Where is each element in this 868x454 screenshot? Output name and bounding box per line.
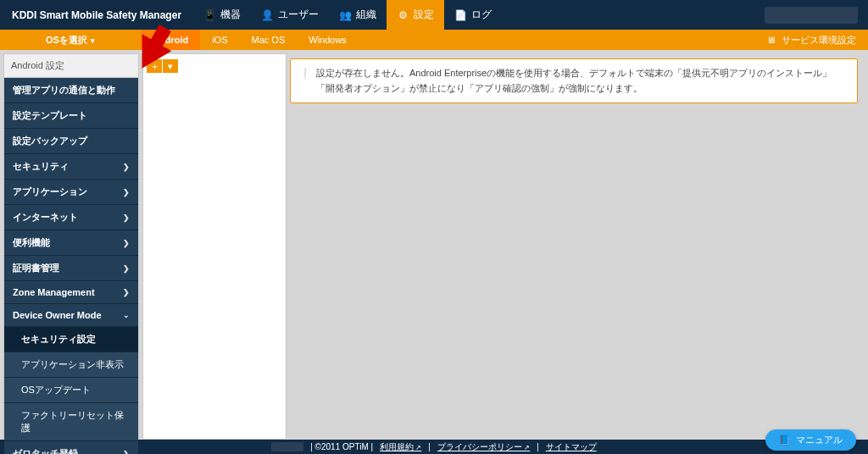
main-pane: ❕ 設定が存在しません。Android Enterpriseの機能を使用する場合… bbox=[290, 53, 865, 440]
sidebar-item-label: セキュリティ bbox=[13, 160, 69, 173]
sidebar-item-application[interactable]: アプリケーション❯ bbox=[4, 180, 138, 205]
chevron-right-icon: ❯ bbox=[123, 163, 130, 171]
os-tab-macos[interactable]: Mac OS bbox=[240, 30, 298, 50]
chevron-right-icon: ❯ bbox=[123, 288, 130, 296]
chevron-right-icon: ❯ bbox=[123, 264, 130, 273]
nav-label: ユーザー bbox=[278, 8, 319, 22]
sidebar-item-convenience[interactable]: 便利機能❯ bbox=[4, 230, 138, 256]
os-select[interactable]: OSを選択 bbox=[0, 34, 141, 47]
sidebar-item-label: 設定テンプレート bbox=[13, 109, 87, 122]
work-area: Android 設定 管理アプリの通信と動作 設定テンプレート 設定バックアップ… bbox=[0, 50, 868, 440]
nav-label: ログ bbox=[471, 8, 492, 22]
sidebar-item-label: ゼロタッチ登録 bbox=[13, 447, 78, 454]
service-env-link[interactable]: 🖥 サービス環境設定 bbox=[765, 34, 868, 47]
top-nav: 📱 機器 👤 ユーザー 👥 組織 ⚙ 設定 📄 ログ bbox=[193, 0, 502, 30]
dropdown-button[interactable]: ▾ bbox=[163, 59, 178, 73]
sidebar-sub-os-update[interactable]: OSアップデート bbox=[4, 378, 138, 403]
os-select-label: OSを選択 bbox=[46, 34, 87, 47]
chevron-right-icon: ❯ bbox=[123, 239, 130, 247]
chevron-down-icon bbox=[91, 35, 95, 45]
brand-title: KDDI Smart Mobile Safety Manager bbox=[0, 9, 193, 21]
manual-label: マニュアル bbox=[796, 434, 843, 446]
chevron-down-icon: ⌄ bbox=[123, 311, 130, 319]
sidebar-item-label: Device Owner Mode bbox=[13, 310, 102, 320]
sidebar-item-label: インターネット bbox=[13, 211, 78, 224]
device-icon: 📱 bbox=[203, 9, 215, 21]
sidebar-item-label: Zone Management bbox=[13, 287, 95, 297]
footer-obscured bbox=[271, 442, 303, 451]
copyright: | ©2011 OPTiM | bbox=[310, 442, 373, 451]
nav-org[interactable]: 👥 組織 bbox=[329, 0, 387, 30]
os-tab-ios[interactable]: iOS bbox=[200, 30, 239, 50]
nav-devices[interactable]: 📱 機器 bbox=[193, 0, 251, 30]
sidebar-item-zone[interactable]: Zone Management❯ bbox=[4, 281, 138, 304]
sidebar-item-internet[interactable]: インターネット❯ bbox=[4, 205, 138, 230]
nav-users[interactable]: 👤 ユーザー bbox=[251, 0, 329, 30]
sidebar-item-label: 管理アプリの通信と動作 bbox=[13, 84, 115, 97]
alert-text: 設定が存在しません。Android Enterpriseの機能を使用する場合、デ… bbox=[316, 66, 849, 96]
sidebar-item-label: 証明書管理 bbox=[13, 262, 59, 274]
footer-link-sitemap[interactable]: サイトマップ bbox=[546, 441, 597, 453]
footer-link-terms[interactable]: 利用規約 bbox=[380, 441, 421, 453]
sidebar-item-label: 設定バックアップ bbox=[13, 135, 87, 147]
sidebar-item-cert[interactable]: 証明書管理❯ bbox=[4, 256, 138, 281]
manual-button[interactable]: 📘 マニュアル bbox=[765, 429, 856, 451]
list-pane: ＋ ▾ bbox=[142, 53, 287, 440]
log-icon: 📄 bbox=[454, 9, 466, 21]
os-tab-windows[interactable]: Windows bbox=[297, 30, 359, 50]
sidebar: Android 設定 管理アプリの通信と動作 設定テンプレート 設定バックアップ… bbox=[3, 53, 139, 440]
sidebar-item[interactable]: 設定テンプレート bbox=[4, 103, 138, 129]
sidebar-item-security[interactable]: セキュリティ❯ bbox=[4, 154, 138, 180]
add-button[interactable]: ＋ bbox=[147, 59, 162, 73]
nav-label: 設定 bbox=[414, 8, 434, 22]
sidebar-item[interactable]: 管理アプリの通信と動作 bbox=[4, 78, 138, 103]
sidebar-title: Android 設定 bbox=[4, 54, 138, 78]
os-tabs: Android iOS Mac OS Windows bbox=[141, 30, 359, 50]
nav-label: 機器 bbox=[220, 8, 241, 22]
footer-link-privacy[interactable]: プライバシーポリシー bbox=[437, 441, 530, 453]
sidebar-item-zerotouch[interactable]: ゼロタッチ登録❯ bbox=[4, 441, 138, 454]
gear-icon: ⚙ bbox=[397, 9, 409, 21]
nav-settings[interactable]: ⚙ 設定 bbox=[387, 0, 444, 30]
sidebar-item-label: アプリケーション bbox=[13, 185, 87, 198]
sidebar-sub-security-settings[interactable]: セキュリティ設定 bbox=[4, 327, 138, 352]
sidebar-sub-factory-reset[interactable]: ファクトリーリセット保護 bbox=[4, 403, 138, 441]
info-alert: ❕ 設定が存在しません。Android Enterpriseの機能を使用する場合… bbox=[290, 58, 858, 103]
os-tab-android[interactable]: Android bbox=[141, 30, 200, 50]
sidebar-item-label: 便利機能 bbox=[13, 236, 50, 249]
list-toolbar: ＋ ▾ bbox=[143, 54, 286, 78]
book-icon: 📘 bbox=[779, 435, 791, 446]
chevron-right-icon: ❯ bbox=[123, 188, 130, 197]
nav-label: 組織 bbox=[356, 8, 376, 22]
nav-log[interactable]: 📄 ログ bbox=[444, 0, 502, 30]
sidebar-item-dom[interactable]: Device Owner Mode⌄ bbox=[4, 304, 138, 327]
os-subbar: OSを選択 Android iOS Mac OS Windows 🖥 サービス環… bbox=[0, 30, 868, 50]
service-env-label: サービス環境設定 bbox=[782, 34, 856, 47]
chevron-right-icon: ❯ bbox=[123, 213, 130, 222]
app-header: KDDI Smart Mobile Safety Manager 📱 機器 👤 … bbox=[0, 0, 868, 30]
sidebar-item[interactable]: 設定バックアップ bbox=[4, 129, 138, 154]
chevron-right-icon: ❯ bbox=[123, 450, 130, 455]
sidebar-menu: 管理アプリの通信と動作 設定テンプレート 設定バックアップ セキュリティ❯ アプ… bbox=[4, 78, 138, 454]
org-icon: 👥 bbox=[339, 9, 351, 21]
sidebar-sub-app-hide[interactable]: アプリケーション非表示 bbox=[4, 352, 138, 378]
display-icon: 🖥 bbox=[765, 34, 776, 46]
info-icon: ❕ bbox=[299, 66, 311, 96]
account-menu[interactable] bbox=[765, 7, 858, 24]
user-icon: 👤 bbox=[261, 9, 273, 21]
